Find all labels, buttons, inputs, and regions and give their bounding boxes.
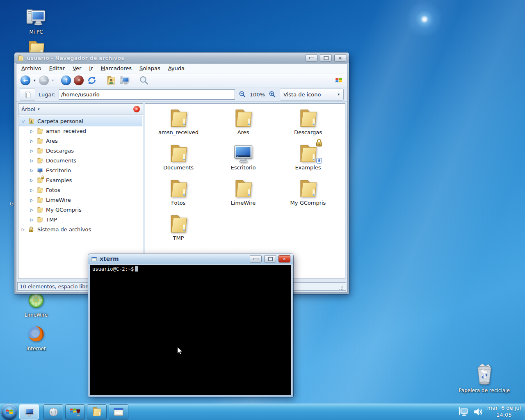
- forward-dropdown-icon[interactable]: ▾: [52, 78, 54, 82]
- menu-ver[interactable]: Ver: [73, 65, 81, 71]
- file-examples[interactable]: Examples: [277, 142, 339, 178]
- clock-date: mar 6 de jul: [487, 405, 521, 412]
- stop-button[interactable]: ✕: [74, 75, 84, 85]
- desktop-icon-internet[interactable]: Internet: [16, 323, 56, 352]
- forward-button[interactable]: →: [39, 75, 49, 85]
- file-fotos[interactable]: Fotos: [148, 178, 209, 213]
- tree-item-ares[interactable]: Ares: [28, 136, 142, 146]
- home-folder-icon[interactable]: [106, 75, 116, 86]
- tree-item-descargas[interactable]: Descargas: [28, 146, 142, 155]
- menu-ir[interactable]: Ir: [89, 65, 93, 71]
- file-ares[interactable]: Ares: [212, 107, 274, 142]
- expander-icon[interactable]: [21, 227, 25, 232]
- zoom-out-icon[interactable]: [238, 90, 247, 98]
- chevron-down-icon[interactable]: ▾: [38, 107, 40, 111]
- expander-icon[interactable]: [21, 119, 25, 123]
- taskbar-button-xterm[interactable]: [109, 404, 128, 420]
- taskbar-button-wine[interactable]: [65, 404, 85, 420]
- menu-archivo[interactable]: Archivo: [21, 65, 41, 71]
- shell-prompt: usuario@C-2:~$: [92, 266, 134, 272]
- tree-item-sistema-de-archivos[interactable]: Sistema de archivos: [19, 224, 142, 234]
- tree-item-escritorio[interactable]: Escritorio: [28, 165, 142, 175]
- close-button[interactable]: [334, 54, 346, 62]
- expander-icon[interactable]: [30, 129, 34, 133]
- tree-item-amsn-received[interactable]: amsn_received: [28, 126, 142, 136]
- tree-item-my-gcompris[interactable]: My GCompris: [28, 205, 142, 215]
- expander-icon[interactable]: [30, 198, 34, 202]
- tree-item-limewire[interactable]: LimeWire: [28, 195, 142, 205]
- taskbar-button-internet[interactable]: [43, 404, 63, 420]
- file-manager-titlebar[interactable]: usuario - Navegador de archivos: [14, 52, 349, 63]
- expander-icon[interactable]: [30, 148, 34, 153]
- lock-icon: [28, 226, 34, 233]
- refresh-icon[interactable]: [87, 75, 97, 86]
- expander-icon[interactable]: [30, 188, 34, 192]
- terminal-screen[interactable]: usuario@C-2:~$: [90, 265, 292, 395]
- minimize-button[interactable]: [306, 54, 317, 62]
- location-input[interactable]: [59, 89, 235, 100]
- expander-icon[interactable]: [30, 208, 34, 212]
- close-button[interactable]: [278, 255, 290, 262]
- terminal-cursor: [135, 266, 138, 272]
- home-folder-icon: [28, 118, 35, 125]
- menu-solapas[interactable]: Solapas: [139, 65, 160, 71]
- tree-item-documents[interactable]: Documents: [28, 155, 142, 165]
- maximize-button[interactable]: [320, 54, 332, 62]
- tree-item-fotos[interactable]: Fotos: [28, 185, 142, 195]
- expander-icon[interactable]: [30, 139, 34, 143]
- view-mode-dropdown[interactable]: Vista de icono ▾: [280, 89, 344, 100]
- expander-icon[interactable]: [30, 178, 34, 183]
- desktop: Mi PC G LimeWire Internet Papelera de re…: [0, 0, 525, 420]
- menubar: Archivo Editar Ver Ir Marcadores Solapas…: [16, 64, 347, 73]
- search-icon[interactable]: [139, 75, 149, 86]
- back-button[interactable]: ←: [21, 75, 30, 85]
- tree-item-tmp[interactable]: TMP: [28, 215, 142, 224]
- volume-icon[interactable]: [473, 406, 484, 417]
- file-descargas[interactable]: Descargas: [277, 107, 339, 142]
- maximize-button[interactable]: [264, 255, 276, 262]
- file-icon-view[interactable]: amsn_received Ares Descargas Documents: [145, 103, 345, 279]
- menu-marcadores[interactable]: Marcadores: [101, 65, 132, 71]
- folder-icon: [37, 216, 43, 223]
- expander-icon[interactable]: [30, 158, 34, 163]
- file-tmp[interactable]: TMP: [148, 213, 209, 248]
- file-my-gcompris[interactable]: My GCompris: [277, 178, 339, 213]
- file-documents[interactable]: Documents: [148, 142, 209, 178]
- sidepane-toggle-button[interactable]: [20, 89, 35, 100]
- file-limewire[interactable]: LimeWire: [212, 178, 274, 213]
- computer-icon[interactable]: [119, 75, 130, 86]
- tree-item-carpeta-personal[interactable]: Carpeta personal: [19, 116, 142, 126]
- folder-window-icon: [17, 55, 24, 62]
- up-button[interactable]: ↑: [61, 75, 71, 85]
- resize-grip[interactable]: [339, 285, 344, 290]
- minimize-button[interactable]: [250, 255, 262, 262]
- network-icon[interactable]: [458, 406, 469, 418]
- side-pane-close-button[interactable]: [133, 106, 140, 112]
- desktop-icon-label: Internet: [26, 346, 46, 352]
- folder-icon: [37, 128, 43, 135]
- tree-item-examples[interactable]: Examples: [28, 175, 142, 185]
- taskbar-button-desktop[interactable]: [19, 404, 39, 420]
- folder-icon: [37, 196, 43, 203]
- side-pane-selector[interactable]: Árbol: [21, 106, 35, 112]
- partially-hidden-desktop-label: G: [10, 201, 14, 207]
- file-escritorio[interactable]: Escritorio: [212, 142, 274, 178]
- file-amsn-received[interactable]: amsn_received: [148, 107, 209, 142]
- taskbar-clock[interactable]: mar 6 de jul 14:05: [487, 405, 521, 419]
- computer-icon: [25, 7, 47, 28]
- menu-ayuda[interactable]: Ayuda: [168, 65, 185, 71]
- zoom-in-icon[interactable]: [268, 90, 276, 98]
- desktop-icon: [37, 167, 43, 174]
- back-dropdown-icon[interactable]: ▾: [34, 78, 36, 82]
- menu-editar[interactable]: Editar: [49, 65, 65, 71]
- taskbar-button-file-manager[interactable]: [87, 404, 107, 420]
- expander-icon[interactable]: [30, 217, 34, 222]
- folder-icon: [37, 137, 43, 144]
- start-button[interactable]: [1, 404, 17, 420]
- desktop-icon-mi-pc[interactable]: Mi PC: [16, 7, 56, 35]
- download-emblem-icon: [316, 158, 322, 164]
- desktop-icon-recycle-bin[interactable]: Papelera de reciclaje: [454, 363, 514, 393]
- xterm-titlebar[interactable]: xterm: [88, 253, 293, 264]
- windows-brand-icon: [335, 76, 343, 84]
- expander-icon[interactable]: [30, 168, 34, 173]
